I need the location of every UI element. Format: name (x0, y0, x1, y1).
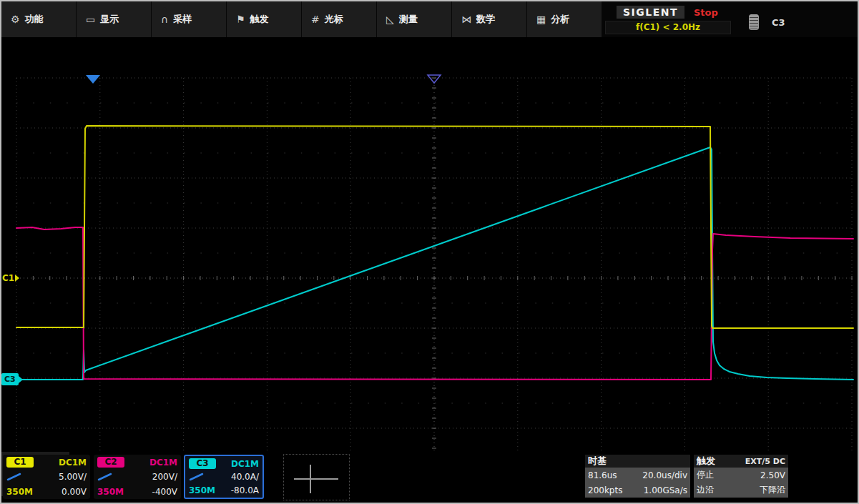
battery-icon (749, 14, 759, 30)
c3-scale: 40.0A/ (231, 472, 259, 482)
waveform-display: C1 C3 (1, 37, 858, 452)
menu-label-cursors: 光标 (325, 13, 343, 26)
menu-item-analysis[interactable]: ▦ 分析 (527, 1, 602, 37)
c2-offset: -400V (152, 487, 177, 497)
probe-slope-icon (97, 473, 113, 481)
channel-descriptor-c2[interactable]: C2 DC1M 200V/ 350M -400V (94, 455, 181, 499)
analysis-icon: ▦ (536, 14, 546, 24)
trigger-title: 触发 (697, 455, 715, 468)
c1-coupling: DC1M (59, 458, 87, 468)
menu-item-function[interactable]: ⚙ 功能 (1, 1, 77, 37)
menu-label-display: 显示 (100, 13, 119, 26)
crosshair-preview-box[interactable] (283, 454, 350, 500)
menu-label-acquire: 采样 (173, 13, 192, 26)
c3-coupling: DC1M (231, 459, 259, 469)
c1-scale: 5.00V/ (59, 472, 87, 482)
brand-logo: SIGLENT (617, 6, 684, 19)
acquisition-status-badge[interactable]: Stop (694, 7, 718, 18)
probe-slope-icon (6, 473, 22, 481)
menu-item-math[interactable]: ⋈ 数学 (452, 1, 527, 37)
menu-label-measure: 测量 (399, 13, 418, 26)
c2-coupling: DC1M (149, 458, 177, 468)
channel-descriptor-c1[interactable]: C1 DC1M 5.00V/ 350M 0.00V (3, 455, 90, 499)
frequency-counter-readout: f(C1) < 2.0Hz (605, 21, 731, 34)
crosshair-icon (294, 478, 338, 480)
acquire-icon: ∩ (161, 14, 168, 24)
timebase-delay: 81.6us (588, 470, 617, 480)
trigger-status: 停止 (697, 469, 714, 481)
menu-item-cursors[interactable]: # 光标 (302, 1, 377, 37)
trigger-panel[interactable]: 触发 EXT/5 DC 停止 2.50V 边沿 下降沿 (694, 455, 788, 498)
c1-offset: 0.00V (62, 487, 87, 497)
c1-chip: C1 (6, 457, 34, 468)
c3-offset: -80.0A (231, 485, 259, 495)
trigger-slope: 下降沿 (760, 484, 785, 496)
timebase-title: 时基 (588, 455, 607, 468)
timebase-scale: 20.0us/div (642, 470, 687, 480)
c1-ground-marker[interactable]: C1 (2, 273, 19, 283)
probe-slope-icon (189, 473, 205, 481)
active-channel-indicator[interactable]: C3 (772, 17, 785, 28)
c3-bandwidth: 350M (189, 485, 215, 495)
c2-bandwidth: 350M (97, 487, 124, 497)
c2-scale: 200V/ (152, 472, 177, 482)
timebase-sample-rate: 1.00GSa/s (644, 485, 687, 495)
oscilloscope-screen: ⚙ 功能 ▭ 显示 ∩ 采样 ⚑ 触发 # 光标 ◺ 测量 ⋈ 数学 ▦ 分析 (0, 0, 859, 504)
header-status-area: SIGLENT Stop f(C1) < 2.0Hz C3 (602, 1, 858, 37)
menu-item-measure[interactable]: ◺ 测量 (377, 1, 452, 37)
trigger-source-coupling: EXT/5 DC (745, 457, 785, 466)
menu-item-display[interactable]: ▭ 显示 (77, 1, 152, 37)
menu-label-trigger: 触发 (250, 13, 269, 26)
trigger-type: 边沿 (697, 484, 714, 496)
measure-icon: ◺ (386, 14, 394, 24)
gear-icon: ⚙ (11, 14, 20, 24)
c3-marker-label: C3 (1, 373, 19, 385)
c3-ground-marker[interactable]: C3 (1, 373, 23, 385)
menu-label-analysis: 分析 (551, 13, 569, 26)
c1-marker-label: C1 (2, 273, 14, 283)
trigger-level: 2.50V (760, 470, 785, 480)
crosshair-icon (310, 465, 311, 493)
c3-chip: C3 (189, 458, 216, 469)
graticule-and-traces (0, 36, 859, 504)
menu-item-acquire[interactable]: ∩ 采样 (152, 1, 227, 37)
menu-item-trigger[interactable]: ⚑ 触发 (227, 1, 302, 37)
math-icon: ⋈ (461, 14, 471, 24)
trigger-position-marker[interactable] (86, 75, 100, 84)
c2-chip: C2 (97, 457, 124, 468)
timebase-memory: 200kpts (588, 485, 622, 495)
bottom-status-bar: C1 DC1M 5.00V/ 350M 0.00V C2 DC1M 200V/ (1, 452, 858, 503)
menu-label-math: 数学 (476, 13, 495, 26)
timebase-panel[interactable]: 时基 81.6us 20.0us/div 200kpts 1.00GSa/s (585, 455, 690, 498)
display-icon: ▭ (86, 14, 95, 24)
menu-label-function: 功能 (25, 13, 44, 26)
flag-icon: ⚑ (236, 14, 245, 24)
c1-bandwidth: 350M (6, 487, 33, 497)
top-menu-bar: ⚙ 功能 ▭ 显示 ∩ 采样 ⚑ 触发 # 光标 ◺ 测量 ⋈ 数学 ▦ 分析 (1, 1, 858, 37)
channel-descriptor-c3[interactable]: C3 DC1M 40.0A/ 350M -80.0A (184, 455, 264, 499)
cursor-icon: # (311, 14, 320, 24)
